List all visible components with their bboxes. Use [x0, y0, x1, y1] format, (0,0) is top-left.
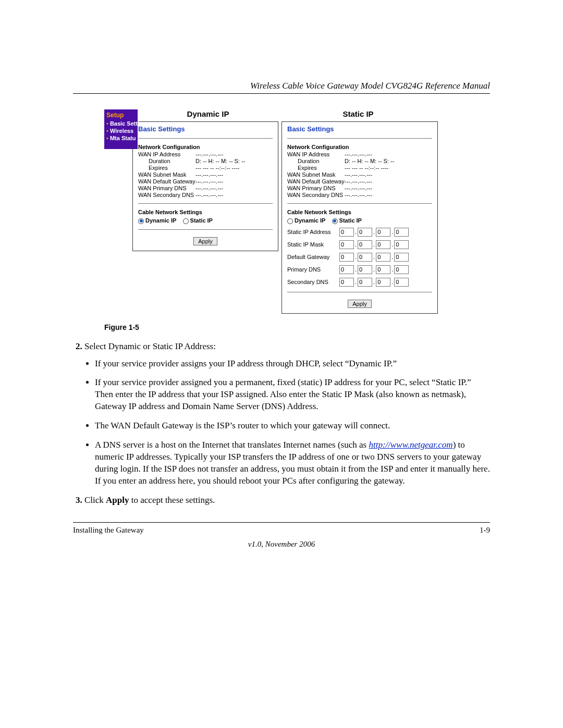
label-subnet: WAN Subnet Mask: [138, 171, 195, 178]
label-wan-ip: WAN IP Address: [138, 151, 195, 157]
footer-left: Installing the Gateway: [73, 526, 144, 535]
nav-item-mta[interactable]: Mta Statu: [106, 134, 138, 142]
ip-octet-input[interactable]: 0: [394, 278, 409, 287]
label-expires: Expires: [138, 165, 195, 171]
nav-title: Setup: [106, 112, 138, 120]
dynamic-ip-panel: Basic Settings Network Configuration WAN…: [132, 121, 278, 251]
ip-octet-input[interactable]: 0: [339, 265, 354, 274]
section-cable-settings: Cable Network Settings: [138, 209, 273, 215]
ip-octet-input[interactable]: 0: [339, 228, 354, 237]
radio-dynamic-label: Dynamic IP: [295, 217, 325, 224]
label-gateway: WAN Default Gateway: [138, 178, 195, 184]
ip-octet-input[interactable]: 0: [394, 265, 409, 274]
label-dns2: WAN Secondary DNS: [138, 192, 195, 198]
value-subnet: ---.---.---.---: [195, 171, 223, 178]
ip-octet-input[interactable]: 0: [339, 278, 354, 287]
value-gateway: ---.---.---.---: [195, 178, 223, 184]
section-network-config: Network Configuration: [287, 144, 432, 150]
ip-octet-input[interactable]: 0: [376, 278, 390, 287]
radio-dynamic-ip[interactable]: [138, 218, 144, 224]
bullet: If your service provider assigns your IP…: [95, 358, 490, 370]
ip-octet-input[interactable]: 0: [339, 240, 354, 249]
netgear-link[interactable]: http://www.netgear.com: [369, 440, 452, 450]
ip-octet-input[interactable]: 0: [358, 228, 372, 237]
label-subnet: WAN Subnet Mask: [287, 171, 345, 178]
ip-octet-input[interactable]: 0: [358, 253, 372, 262]
ip-octet-input[interactable]: 0: [339, 253, 354, 262]
value-dns1: ---.---.---.---: [345, 185, 372, 191]
label-gateway: WAN Default Gateway: [287, 178, 345, 184]
ip-octet-input[interactable]: 0: [376, 253, 390, 262]
label-static-ip: Static IP Address: [287, 229, 339, 235]
bullet: A DNS server is a host on the Internet t…: [95, 439, 490, 487]
figure-caption: Figure 1-5: [104, 323, 490, 331]
step-list: Select Dynamic or Static IP Address: If …: [84, 341, 490, 507]
header-rule: [73, 93, 490, 94]
value-wan-ip: ---.---.---.---: [345, 151, 372, 157]
footer-rule: [73, 522, 490, 523]
radio-static-label: Static IP: [190, 217, 213, 224]
label-primary-dns: Primary DNS: [287, 266, 339, 273]
ip-octet-input[interactable]: 0: [394, 240, 409, 249]
value-duration: D: -- H: -- M: -- S: --: [195, 158, 245, 164]
ip-octet-input[interactable]: 0: [358, 265, 372, 274]
nav-item-basic[interactable]: Basic Settings: [106, 120, 138, 127]
value-subnet: ---.---.---.---: [345, 171, 372, 178]
radio-static-ip[interactable]: [183, 218, 189, 224]
apply-button[interactable]: Apply: [348, 300, 372, 308]
apply-button[interactable]: Apply: [193, 237, 217, 245]
ip-octet-input[interactable]: 0: [358, 240, 372, 249]
ip-octet-input[interactable]: 0: [376, 265, 390, 274]
label-default-gateway: Default Gateway: [287, 254, 339, 260]
ip-octet-input[interactable]: 0: [376, 228, 390, 237]
dynamic-ip-label: Dynamic IP: [187, 109, 229, 118]
label-static-mask: Static IP Mask: [287, 241, 339, 248]
ip-octet-input[interactable]: 0: [358, 278, 372, 287]
panel-heading: Basic Settings: [138, 125, 273, 139]
page-number: 1-9: [480, 526, 490, 535]
bullet: If your service provider assigned you a …: [95, 377, 490, 413]
label-dns1: WAN Primary DNS: [138, 185, 195, 191]
value-wan-ip: ---.---.---.---: [195, 151, 223, 157]
nav-item-wireless[interactable]: Wireless: [106, 127, 138, 134]
section-cable-settings: Cable Network Settings: [287, 209, 432, 215]
ip-octet-input[interactable]: 0: [394, 253, 409, 262]
label-wan-ip: WAN IP Address: [287, 151, 345, 157]
static-ip-label: Static IP: [342, 109, 373, 118]
value-expires: --- --- -- --:--:-- ----: [345, 165, 388, 171]
value-dns2: ---.---.---.---: [195, 192, 223, 198]
running-header: Wireless Cable Voice Gateway Model CVG82…: [73, 81, 490, 91]
label-dns1: WAN Primary DNS: [287, 185, 345, 191]
radio-dynamic-ip[interactable]: [287, 218, 293, 224]
label-secondary-dns: Secondary DNS: [287, 279, 339, 285]
label-expires: Expires: [287, 165, 345, 171]
value-gateway: ---.---.---.---: [345, 178, 372, 184]
value-duration: D: -- H: -- M: -- S: --: [345, 158, 394, 164]
panel-heading: Basic Settings: [287, 125, 432, 139]
value-expires: --- --- -- --:--:-- ----: [195, 165, 239, 171]
ip-octet-input[interactable]: 0: [394, 228, 409, 237]
label-duration: Duration: [138, 158, 195, 164]
step-3: Click Apply to accept these settings.: [84, 495, 490, 507]
radio-static-ip[interactable]: [332, 218, 338, 224]
value-dns2: ---.---.---.---: [345, 192, 372, 198]
label-dns2: WAN Secondary DNS: [287, 192, 345, 198]
ip-octet-input[interactable]: 0: [376, 240, 390, 249]
bullet: The WAN Default Gateway is the ISP’s rou…: [95, 420, 490, 432]
radio-dynamic-label: Dynamic IP: [145, 217, 176, 224]
router-nav-panel: Setup Basic Settings Wireless Mta Statu: [104, 109, 138, 149]
section-network-config: Network Configuration: [138, 144, 273, 150]
footer-version: v1.0, November 2006: [73, 540, 490, 549]
label-duration: Duration: [287, 158, 345, 164]
value-dns1: ---.---.---.---: [195, 185, 223, 191]
step-2: Select Dynamic or Static IP Address: If …: [84, 341, 490, 487]
static-ip-panel: Basic Settings Network Configuration WAN…: [282, 121, 438, 314]
radio-static-label: Static IP: [339, 217, 362, 224]
